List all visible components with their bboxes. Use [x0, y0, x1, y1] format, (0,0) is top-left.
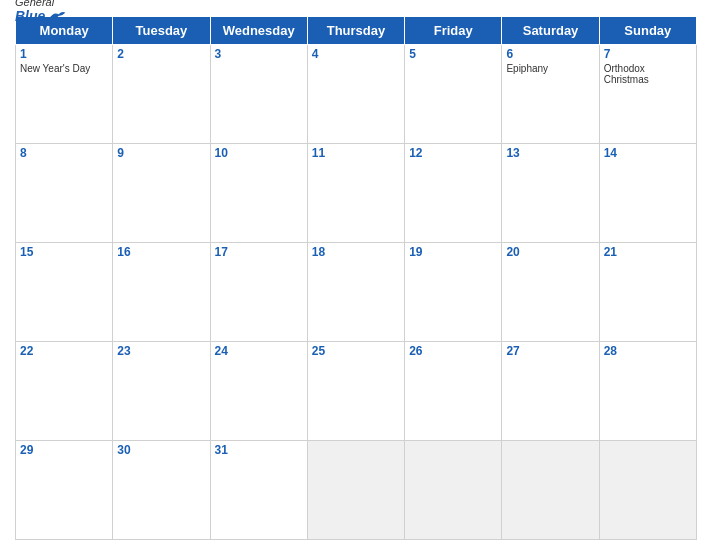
calendar-cell: 22	[16, 342, 113, 441]
calendar-cell: 20	[502, 243, 599, 342]
calendar-cell: 10	[210, 144, 307, 243]
calendar-cell: 30	[113, 441, 210, 540]
calendar-week-1: 1New Year's Day23456Epiphany7Orthodox Ch…	[16, 45, 697, 144]
day-number: 10	[215, 146, 303, 160]
day-number: 16	[117, 245, 205, 259]
day-number: 8	[20, 146, 108, 160]
calendar-cell: 25	[307, 342, 404, 441]
day-number: 23	[117, 344, 205, 358]
day-number: 22	[20, 344, 108, 358]
calendar-cell: 21	[599, 243, 696, 342]
day-number: 11	[312, 146, 400, 160]
calendar-cell: 23	[113, 342, 210, 441]
calendar-cell	[405, 441, 502, 540]
weekday-wednesday: Wednesday	[210, 17, 307, 45]
calendar-cell: 1New Year's Day	[16, 45, 113, 144]
day-number: 17	[215, 245, 303, 259]
calendar-cell: 29	[16, 441, 113, 540]
day-number: 5	[409, 47, 497, 61]
day-number: 25	[312, 344, 400, 358]
calendar-cell: 28	[599, 342, 696, 441]
calendar-cell: 8	[16, 144, 113, 243]
calendar-week-3: 15161718192021	[16, 243, 697, 342]
holiday-name: Orthodox Christmas	[604, 63, 692, 85]
calendar-cell: 14	[599, 144, 696, 243]
day-number: 24	[215, 344, 303, 358]
day-number: 13	[506, 146, 594, 160]
calendar-cell	[502, 441, 599, 540]
calendar-cell: 31	[210, 441, 307, 540]
weekday-tuesday: Tuesday	[113, 17, 210, 45]
day-number: 29	[20, 443, 108, 457]
day-number: 20	[506, 245, 594, 259]
day-number: 9	[117, 146, 205, 160]
calendar-week-5: 293031	[16, 441, 697, 540]
day-number: 1	[20, 47, 108, 61]
calendar-cell: 12	[405, 144, 502, 243]
calendar-cell: 17	[210, 243, 307, 342]
day-number: 18	[312, 245, 400, 259]
weekday-sunday: Sunday	[599, 17, 696, 45]
calendar-week-2: 891011121314	[16, 144, 697, 243]
calendar-cell: 2	[113, 45, 210, 144]
day-number: 28	[604, 344, 692, 358]
logo-bird-icon	[47, 9, 67, 23]
calendar-cell: 7Orthodox Christmas	[599, 45, 696, 144]
day-number: 26	[409, 344, 497, 358]
day-number: 6	[506, 47, 594, 61]
weekday-thursday: Thursday	[307, 17, 404, 45]
calendar-cell: 15	[16, 243, 113, 342]
calendar-cell: 3	[210, 45, 307, 144]
day-number: 27	[506, 344, 594, 358]
weekday-friday: Friday	[405, 17, 502, 45]
day-number: 7	[604, 47, 692, 61]
calendar-cell: 5	[405, 45, 502, 144]
calendar-week-4: 22232425262728	[16, 342, 697, 441]
calendar-cell: 16	[113, 243, 210, 342]
calendar-table: MondayTuesdayWednesdayThursdayFridaySatu…	[15, 16, 697, 540]
day-number: 21	[604, 245, 692, 259]
calendar-cell: 26	[405, 342, 502, 441]
day-number: 12	[409, 146, 497, 160]
calendar-cell: 27	[502, 342, 599, 441]
calendar-cell: 19	[405, 243, 502, 342]
logo-blue-text: Blue	[15, 8, 45, 24]
day-number: 19	[409, 245, 497, 259]
weekday-saturday: Saturday	[502, 17, 599, 45]
day-number: 31	[215, 443, 303, 457]
holiday-name: New Year's Day	[20, 63, 108, 74]
day-number: 2	[117, 47, 205, 61]
weekday-header-row: MondayTuesdayWednesdayThursdayFridaySatu…	[16, 17, 697, 45]
calendar-cell: 4	[307, 45, 404, 144]
calendar-cell: 11	[307, 144, 404, 243]
day-number: 3	[215, 47, 303, 61]
calendar-cell: 24	[210, 342, 307, 441]
calendar-cell	[307, 441, 404, 540]
day-number: 4	[312, 47, 400, 61]
day-number: 30	[117, 443, 205, 457]
logo: General Blue	[15, 0, 67, 24]
day-number: 15	[20, 245, 108, 259]
calendar-cell: 13	[502, 144, 599, 243]
calendar-cell	[599, 441, 696, 540]
logo-general-text: General	[15, 0, 67, 8]
day-number: 14	[604, 146, 692, 160]
calendar-cell: 9	[113, 144, 210, 243]
calendar-cell: 6Epiphany	[502, 45, 599, 144]
holiday-name: Epiphany	[506, 63, 594, 74]
calendar-cell: 18	[307, 243, 404, 342]
